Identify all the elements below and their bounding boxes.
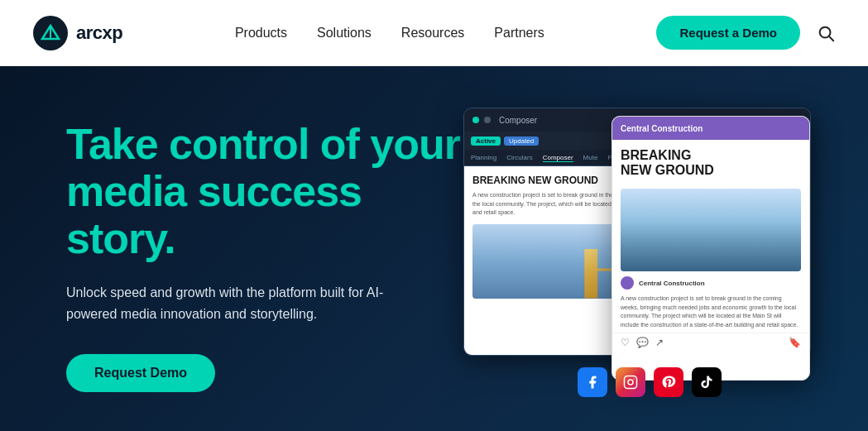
logo-icon [33,16,68,50]
pinterest-icon [654,367,683,397]
share-icon: ↗ [655,337,664,348]
social-window: Central Construction BREAKING NEW GROUND… [611,116,810,381]
comment-icon: 💬 [636,337,649,348]
social-body-text: A new construction project is set to bre… [612,295,809,329]
nav-products[interactable]: Products [235,26,287,41]
social-icons-row [578,367,722,397]
tiktok-icon [692,367,722,397]
request-demo-hero-button[interactable]: Request Demo [66,354,215,392]
social-caption: Central Construction [621,276,801,290]
svg-point-5 [628,380,633,385]
hero-right: Composer Last updated Jun 1 2022 04:09 P… [463,99,835,414]
status-dot-gray [484,117,491,123]
request-demo-header-button[interactable]: Request a Demo [656,16,800,50]
header: arcxp Products Solutions Resources Partn… [0,0,868,66]
caption-avatar [621,276,634,290]
search-button[interactable] [817,24,835,42]
svg-rect-4 [624,376,636,389]
tab-circulars[interactable]: Circulars [506,154,533,161]
status-dot-green [472,117,479,123]
social-image [621,189,801,271]
social-title: BREAKING NEW GROUND [612,140,809,182]
instagram-icon [616,367,645,397]
main-nav: Products Solutions Resources Partners [235,26,544,41]
social-header-bar: Central Construction [612,117,809,140]
tab-composer[interactable]: Composer [543,154,573,162]
svg-point-6 [633,378,635,380]
heart-icon: ♡ [621,337,630,348]
caption-name: Central Construction [639,280,705,287]
tab-planning[interactable]: Planning [471,154,496,161]
facebook-icon [578,367,607,397]
logo-text: arcxp [76,22,122,44]
hero-left: Take control of your media success story… [66,121,463,393]
nav-solutions[interactable]: Solutions [317,26,372,41]
header-right: Request a Demo [656,16,835,50]
hero-subtitle: Unlock speed and growth with the platfor… [66,282,397,324]
hero-title: Take control of your media success story… [66,121,463,263]
bookmark-icon: 🔖 [789,337,801,348]
tab-mute[interactable]: Mute [583,154,598,161]
nav-resources[interactable]: Resources [401,26,464,41]
logo-area: arcxp [33,16,122,50]
composer-title: Composer [499,116,537,125]
status-updated: Updated [504,136,539,146]
hero-section: Take control of your media success story… [0,66,868,431]
social-header-label: Central Construction [621,124,703,133]
svg-line-3 [829,36,833,41]
status-active: Active [471,136,501,146]
social-action-bar: ♡ 💬 ↗ 🔖 [612,333,809,352]
search-icon [817,24,835,42]
nav-partners[interactable]: Partners [494,26,544,41]
